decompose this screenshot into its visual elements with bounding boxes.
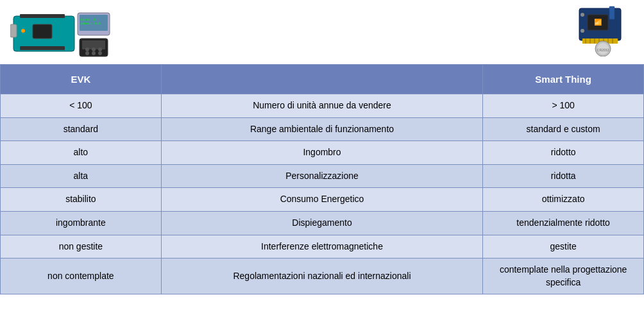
cell-evk: ingombrante [1, 211, 162, 235]
svg-point-17 [98, 51, 102, 55]
comparison-table: EVK Smart Thing < 100Numero di unità ann… [0, 64, 644, 294]
cell-smart: ridotto [483, 141, 644, 165]
svg-point-30 [580, 13, 584, 17]
svg-point-31 [580, 29, 584, 33]
table-header-row: EVK Smart Thing [1, 65, 644, 94]
svg-point-5 [21, 29, 25, 33]
table-row: ingombranteDispiegamentotendenzialmente … [1, 211, 644, 235]
arduino-svg: Button: 25 Address: 0x3C [10, 6, 113, 58]
svg-rect-3 [20, 46, 65, 50]
cell-smart: tendenzialmente ridotto [483, 211, 644, 235]
svg-point-14 [98, 47, 102, 51]
cell-feature: Regolamentazioni nazionali ed internazio… [161, 259, 483, 294]
cell-evk: stabilito [1, 188, 162, 212]
cell-feature: Dispiegamento [161, 211, 483, 235]
table-row: non contemplateRegolamentazioni nazional… [1, 259, 644, 294]
svg-rect-19 [609, 6, 614, 19]
table-row: standardRange ambientale di funzionament… [1, 117, 644, 141]
svg-text:Address: 0x3C: Address: 0x3C [81, 22, 101, 25]
svg-rect-2 [20, 14, 65, 18]
header-feature [161, 65, 483, 94]
smart-thing-image: 📶 CR2032 [570, 5, 634, 59]
cell-smart: > 100 [483, 94, 644, 118]
cell-smart: standard e custom [483, 117, 644, 141]
cell-feature: Personalizzazione [161, 164, 483, 188]
svg-point-15 [85, 51, 89, 55]
cell-smart: gestite [483, 235, 644, 259]
cell-smart: ridotta [483, 164, 644, 188]
cell-evk: non gestite [1, 235, 162, 259]
svg-text:📶: 📶 [594, 18, 602, 26]
cell-feature: Ingombro [161, 141, 483, 165]
header-evk: EVK [1, 65, 162, 94]
cell-evk: standard [1, 117, 162, 141]
table-row: altaPersonalizzazioneridotta [1, 164, 644, 188]
cell-evk: non contemplate [1, 259, 162, 294]
svg-rect-4 [33, 24, 52, 38]
svg-text:CR2032: CR2032 [597, 48, 609, 52]
cell-feature: Numero di unità annue da vendere [161, 94, 483, 118]
cell-smart: ottimizzato [483, 188, 644, 212]
cell-evk: alta [1, 164, 162, 188]
top-banner: Button: 25 Address: 0x3C [0, 0, 644, 64]
svg-text:Button: 25: Button: 25 [81, 18, 97, 21]
svg-point-13 [92, 47, 96, 51]
cell-feature: Consumo Energetico [161, 188, 483, 212]
table-row: < 100Numero di unità annue da vendere> 1… [1, 94, 644, 118]
svg-rect-1 [10, 24, 17, 37]
evk-image: Button: 25 Address: 0x3C [10, 6, 113, 58]
cell-feature: Range ambientale di funzionamento [161, 117, 483, 141]
cell-feature: Interferenze elettromagnetiche [161, 235, 483, 259]
svg-point-16 [92, 51, 96, 55]
table-row: altoIngombroridotto [1, 141, 644, 165]
cell-evk: alto [1, 141, 162, 165]
svg-point-12 [85, 47, 89, 51]
cell-evk: < 100 [1, 94, 162, 118]
table-row: stabilitoConsumo Energeticoottimizzato [1, 188, 644, 212]
smart-thing-svg: 📶 CR2032 [570, 5, 634, 56]
cell-smart: contemplate nella progettazione specific… [483, 259, 644, 294]
table-row: non gestiteInterferenze elettromagnetich… [1, 235, 644, 259]
header-smart: Smart Thing [483, 65, 644, 94]
